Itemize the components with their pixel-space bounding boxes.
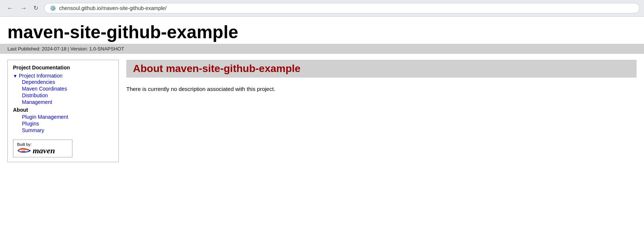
plugins-link[interactable]: Plugins xyxy=(22,120,113,127)
meta-text: Last Published: 2024-07-18 | Version: 1.… xyxy=(7,46,124,52)
content-area: About maven-site-github-example There is… xyxy=(119,60,637,162)
plugin-management-link[interactable]: Plugin Management xyxy=(22,114,113,120)
address-bar[interactable]: ⚙️ chensoul.github.io/maven-site-github-… xyxy=(44,3,640,13)
content-heading-bar: About maven-site-github-example xyxy=(126,60,637,78)
url-text: chensoul.github.io/maven-site-github-exa… xyxy=(59,5,167,11)
reload-button[interactable]: ↻ xyxy=(31,4,40,12)
maven-badge-content: Built by: maven xyxy=(17,142,55,155)
maven-badge: Built by: maven xyxy=(13,140,72,157)
sidebar-section-title: Project Documentation xyxy=(13,65,113,71)
maven-coordinates-link[interactable]: Maven Coordinates xyxy=(22,85,113,92)
site-title: maven-site-github-example xyxy=(7,23,637,42)
maven-word: maven xyxy=(33,147,55,155)
sidebar: Project Documentation ▼ Project Informat… xyxy=(7,60,119,162)
project-information-link[interactable]: Project Information xyxy=(19,72,63,79)
content-heading: About maven-site-github-example xyxy=(133,63,631,75)
browser-chrome: ← → ↻ ⚙️ chensoul.github.io/maven-site-g… xyxy=(0,0,644,17)
arrow-icon: ▼ xyxy=(13,73,17,79)
page-title-area: maven-site-github-example xyxy=(0,17,644,42)
nav-buttons: ← → ↻ xyxy=(4,4,40,12)
main-content: Project Documentation ▼ Project Informat… xyxy=(0,54,644,168)
forward-button[interactable]: → xyxy=(18,4,29,12)
dependencies-link[interactable]: Dependencies xyxy=(22,79,113,85)
distribution-link[interactable]: Distribution xyxy=(22,92,113,99)
summary-link[interactable]: Summary xyxy=(22,127,113,134)
meta-bar: Last Published: 2024-07-18 | Version: 1.… xyxy=(0,44,644,54)
content-body: There is currently no description associ… xyxy=(126,85,637,94)
back-button[interactable]: ← xyxy=(4,4,16,12)
project-info-group: ▼ Project Information xyxy=(13,73,113,79)
about-label: About xyxy=(13,107,113,113)
security-icon: ⚙️ xyxy=(50,5,56,11)
management-link[interactable]: Management xyxy=(22,99,113,105)
maven-feather-icon xyxy=(17,147,31,154)
